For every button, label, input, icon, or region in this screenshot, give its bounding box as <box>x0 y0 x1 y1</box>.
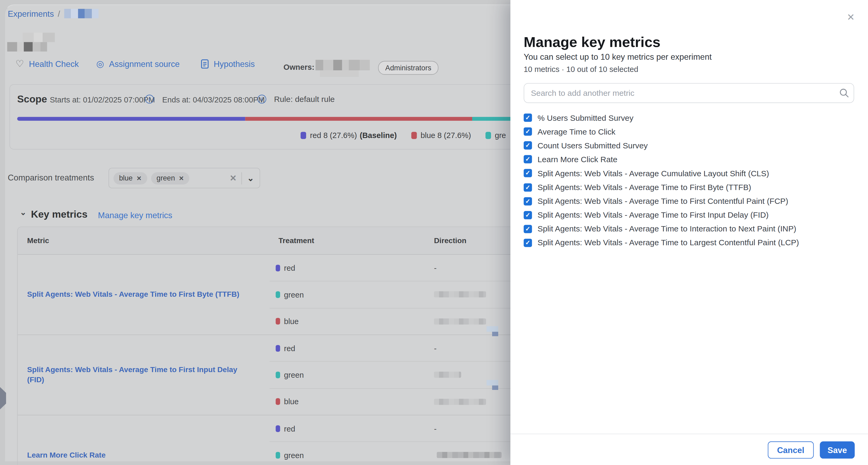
treatment-cell: blue <box>270 397 434 406</box>
assignment-source-link[interactable]: ◎ Assignment source <box>96 59 180 68</box>
checkbox-checked[interactable]: ✓ <box>524 127 532 136</box>
metric-link[interactable]: Learn More Click Rate <box>27 450 105 460</box>
treatment-swatch-red <box>276 265 280 271</box>
health-check-link[interactable]: ♡ Health Check <box>16 59 79 68</box>
metric-checkbox-row[interactable]: ✓Split Agents: Web Vitals - Average Time… <box>524 194 856 208</box>
treatment-name: red <box>284 344 295 352</box>
legend-item-green: gre <box>486 130 506 139</box>
checkbox-checked[interactable]: ✓ <box>524 197 532 205</box>
experiment-title-redacted <box>7 33 55 52</box>
legend-item-blue: blue 8 (27.6%) <box>411 130 471 139</box>
scope-rule: Rule: default rule <box>274 95 335 104</box>
metric-checkbox-row[interactable]: ✓Split Agents: Web Vitals - Average Time… <box>524 236 856 250</box>
administrators-badge[interactable]: Administrators <box>378 61 438 75</box>
scope-ends-at: Ends at: 04/03/2025 08:00PM <box>162 95 265 104</box>
direction-value-redacted <box>437 452 501 458</box>
metric-checkbox-row[interactable]: ✓% Users Submitted Survey <box>524 111 856 124</box>
treatment-swatch-red <box>276 425 280 432</box>
metric-search-input[interactable] <box>524 83 854 103</box>
treatment-swatch-blue <box>276 398 280 405</box>
metric-link[interactable]: Split Agents: Web Vitals - Average Time … <box>27 365 251 385</box>
metric-checkbox-label: % Users Submitted Survey <box>537 113 633 122</box>
key-metrics-title: Key metrics <box>31 209 88 221</box>
direction-value: - <box>434 424 437 433</box>
metric-checkbox-label: Split Agents: Web Vitals - Average Time … <box>537 238 799 247</box>
metric-checkbox-row[interactable]: ✓Count Users Submitted Survey <box>524 139 856 152</box>
legend-baseline-label: (Baseline) <box>360 130 397 139</box>
breadcrumb-separator: / <box>58 9 60 18</box>
treatment-cell: blue <box>270 317 434 326</box>
document-icon <box>201 59 209 68</box>
checkbox-checked[interactable]: ✓ <box>524 239 532 247</box>
metric-checkbox-row[interactable]: ✓Split Agents: Web Vitals - Average Time… <box>524 180 856 194</box>
direction-value-redacted <box>434 372 461 378</box>
metric-checkbox-row[interactable]: ✓Split Agents: Web Vitals - Average Time… <box>524 222 856 236</box>
chip-label: green <box>156 172 175 184</box>
direction-value-redacted <box>434 399 486 405</box>
direction-value-redacted <box>434 318 486 324</box>
owners-redacted-name <box>315 60 370 77</box>
cancel-button[interactable]: Cancel <box>768 441 814 458</box>
metric-cell: Split Agents: Web Vitals - Average Time … <box>18 255 270 335</box>
treatment-cell: green <box>270 451 434 460</box>
metric-checkbox-row[interactable]: ✓Split Agents: Web Vitals - Average Time… <box>524 208 856 222</box>
legend-swatch-green <box>486 132 491 139</box>
checkbox-checked[interactable]: ✓ <box>524 183 532 191</box>
metric-checkbox-label: Split Agents: Web Vitals - Average Time … <box>537 183 751 192</box>
treatment-cell: green <box>270 371 434 379</box>
remove-chip-icon[interactable]: ✕ <box>179 172 184 184</box>
checkbox-checked[interactable]: ✓ <box>524 169 532 177</box>
info-icon[interactable]: i <box>145 95 154 104</box>
treatment-chip-green[interactable]: green✕ <box>151 172 189 184</box>
treatment-name: red <box>284 424 295 433</box>
treatment-cell: green <box>270 290 434 299</box>
hypothesis-label: Hypothesis <box>214 59 255 68</box>
panel-subtitle: You can select up to 10 key metrics per … <box>524 52 712 61</box>
metric-cell: Learn More Click Rate <box>18 415 270 465</box>
metric-checkbox-row[interactable]: ✓Learn More Click Rate <box>524 152 856 166</box>
treatment-swatch-green <box>276 291 280 298</box>
breadcrumb-experiments-link[interactable]: Experiments <box>8 9 54 18</box>
checkbox-checked[interactable]: ✓ <box>524 155 532 164</box>
metric-checkbox-label: Average Time to Click <box>537 127 616 136</box>
metric-checkbox-label: Count Users Submitted Survey <box>537 141 648 150</box>
treatment-cell: red <box>270 264 434 272</box>
distribution-segment-red <box>17 117 245 121</box>
remove-chip-icon[interactable]: ✕ <box>136 172 142 184</box>
checkbox-checked[interactable]: ✓ <box>524 225 532 233</box>
panel-title: Manage key metrics <box>524 34 660 51</box>
assignment-source-label: Assignment source <box>109 59 180 68</box>
checkbox-checked[interactable]: ✓ <box>524 211 532 219</box>
scope-legend: red 8 (27.6%)(Baseline)blue 8 (27.6%)gre <box>301 130 506 139</box>
checkbox-checked[interactable]: ✓ <box>524 114 532 122</box>
scope-title: Scope <box>17 94 47 105</box>
treatment-chip-blue[interactable]: blue✕ <box>114 172 147 184</box>
chip-label: blue <box>119 172 133 184</box>
column-header-treatment: Treatment <box>270 236 434 245</box>
redaction-artifact <box>487 326 498 332</box>
treatment-name: blue <box>284 317 299 326</box>
collapse-chevron-icon[interactable]: ⌄ <box>20 209 26 215</box>
close-icon[interactable]: ✕ <box>847 13 855 22</box>
column-header-metric: Metric <box>18 236 270 245</box>
legend-item-red: red 8 (27.6%)(Baseline) <box>301 130 397 139</box>
target-icon: ◎ <box>96 59 104 68</box>
checkbox-checked[interactable]: ✓ <box>524 142 532 150</box>
column-header-direction: Direction <box>434 236 466 245</box>
redaction-artifact <box>492 385 498 390</box>
hypothesis-link[interactable]: Hypothesis <box>201 59 255 68</box>
save-button[interactable]: Save <box>820 441 855 458</box>
treatment-name: green <box>284 371 304 379</box>
chevron-down-icon[interactable]: ⌄ <box>242 175 254 181</box>
metric-checkbox-row[interactable]: ✓Split Agents: Web Vitals - Average Cumu… <box>524 167 856 180</box>
breadcrumb: Experiments / <box>8 9 98 18</box>
metric-link[interactable]: Split Agents: Web Vitals - Average Time … <box>27 290 239 300</box>
clear-selection-icon[interactable]: ✕ <box>225 173 242 183</box>
treatment-swatch-blue <box>276 318 280 325</box>
info-icon[interactable]: i <box>257 95 266 104</box>
comparison-treatments-select[interactable]: blue✕green✕ ✕ ⌄ <box>108 168 260 188</box>
manage-key-metrics-panel: ✕ Manage key metrics You can select up t… <box>510 0 868 465</box>
comparison-chips: blue✕green✕ <box>114 172 225 184</box>
manage-key-metrics-link[interactable]: Manage key metrics <box>98 210 172 220</box>
metric-checkbox-row[interactable]: ✓Average Time to Click <box>524 125 856 139</box>
